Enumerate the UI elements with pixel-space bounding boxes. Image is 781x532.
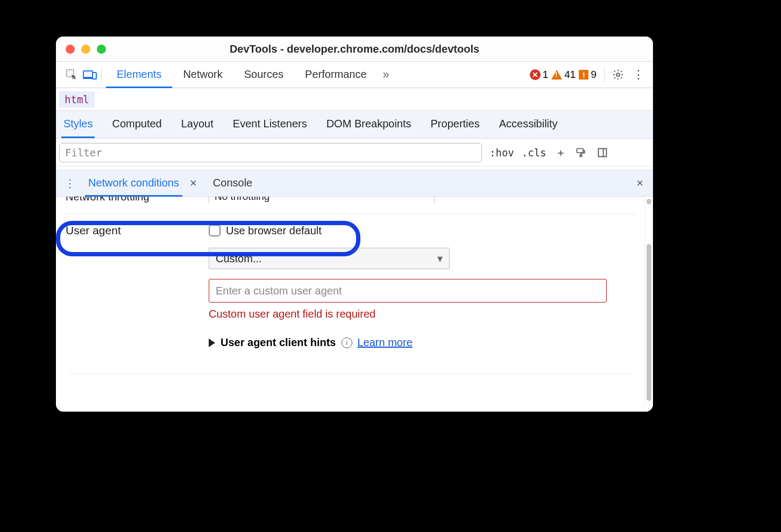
device-toolbar-icon[interactable] [81,66,99,84]
close-tab-icon[interactable]: × [186,176,201,190]
subtab-styles[interactable]: Styles [61,111,95,138]
tab-elements[interactable]: Elements [106,62,172,88]
client-hints-row: User agent client hints i Learn more [209,336,637,349]
inspect-element-icon[interactable] [62,66,81,84]
subtab-dom-breakpoints[interactable]: DOM Breakpoints [324,111,414,138]
drawer-tab-console[interactable]: Console [210,171,255,197]
issues-badge[interactable]: ! 9 [579,69,597,81]
learn-more-link[interactable]: Learn more [358,336,413,349]
computed-sidebar-icon[interactable] [597,147,611,158]
drawer-scrollbar[interactable] [644,197,653,412]
warning-icon [551,70,562,80]
disclosure-triangle-icon[interactable] [209,339,215,347]
ua-input-placeholder: Enter a custom user agent [216,285,342,297]
elements-subtabs: Styles Computed Layout Event Listeners D… [56,111,653,139]
issue-icon: ! [579,70,588,80]
user-agent-label: User agent [66,224,209,237]
subtab-computed[interactable]: Computed [110,111,164,138]
svg-rect-1 [83,71,93,77]
user-agent-select-value: Custom... [216,253,262,265]
breadcrumb-node[interactable]: html [59,91,95,107]
subtab-accessibility[interactable]: Accessibility [497,111,560,138]
close-window-button[interactable] [66,45,75,54]
styles-filter-input[interactable]: Filter [59,143,482,162]
error-icon: ✕ [530,69,541,80]
custom-user-agent-input[interactable]: Enter a custom user agent [209,279,607,303]
filter-placeholder: Filter [65,147,102,159]
section-divider [66,214,637,214]
toolbar-separator [604,67,605,82]
panel-tabs: Elements Network Sources Performance [106,62,378,88]
checkbox-label: Use browser default [226,225,322,237]
drawer-tabbar: ⋮ Network conditions × Console × [56,170,653,197]
dom-breadcrumb: html [56,88,653,111]
errors-badge[interactable]: ✕ 1 [530,69,549,81]
paint-icon[interactable] [576,147,590,158]
svg-point-4 [616,73,620,76]
warnings-count: 41 [564,69,576,81]
window-controls [66,37,106,61]
window-title: DevTools - developer.chrome.com/docs/dev… [56,43,653,55]
status-badges: ✕ 1 41 ! 9 [530,69,597,81]
section-divider [70,373,633,374]
tab-network[interactable]: Network [172,62,233,88]
drawer-tab-network-conditions[interactable]: Network conditions [85,171,182,197]
info-icon[interactable]: i [342,337,352,348]
svg-rect-6 [580,155,581,156]
tab-performance[interactable]: Performance [294,62,378,88]
issues-count: 9 [591,69,597,81]
drawer-menu-icon[interactable]: ⋮ [65,177,82,190]
cls-toggle[interactable]: .cls [522,147,546,159]
styles-toolbar: Filter :hov .cls + [56,139,653,167]
toolbar-separator [101,67,102,82]
devtools-window: DevTools - developer.chrome.com/docs/dev… [56,37,653,412]
svg-rect-3 [93,73,96,79]
network-throttling-row: Network throttling No throttling [66,197,637,203]
scrollbar-thumb [647,244,651,401]
tab-sources[interactable]: Sources [233,62,294,88]
more-menu-icon[interactable]: ⋮ [628,68,649,82]
minimize-window-button[interactable] [81,45,90,54]
client-hints-label: User agent client hints [221,336,336,349]
subtab-layout[interactable]: Layout [179,111,216,138]
chevron-down-icon: ▾ [437,252,443,265]
warnings-badge[interactable]: 41 [551,69,576,81]
main-toolbar: Elements Network Sources Performance » ✕… [56,61,653,88]
settings-icon[interactable] [608,69,628,81]
hov-toggle[interactable]: :hov [489,147,514,159]
svg-rect-7 [598,148,606,156]
more-tabs-icon[interactable]: » [378,68,395,82]
ua-validation-error: Custom user agent field is required [209,308,637,320]
network-conditions-panel: Network throttling No throttling User ag… [56,197,653,412]
use-browser-default-checkbox[interactable]: Use browser default [209,225,322,237]
throttling-label: Network throttling [66,197,209,203]
zoom-window-button[interactable] [97,45,106,54]
titlebar: DevTools - developer.chrome.com/docs/dev… [56,37,653,61]
subtab-event-listeners[interactable]: Event Listeners [231,111,309,138]
subtab-properties[interactable]: Properties [429,111,482,138]
user-agent-row: User agent Use browser default [66,224,637,237]
new-style-rule-icon[interactable]: + [554,146,568,159]
checkbox-icon [209,225,221,236]
user-agent-select[interactable]: Custom... ▾ [209,248,450,269]
svg-rect-5 [577,148,583,153]
errors-count: 1 [543,69,549,81]
scrollbar-thumb [647,199,651,204]
close-drawer-icon[interactable]: × [632,176,648,190]
throttling-select[interactable]: No throttling [209,197,435,203]
